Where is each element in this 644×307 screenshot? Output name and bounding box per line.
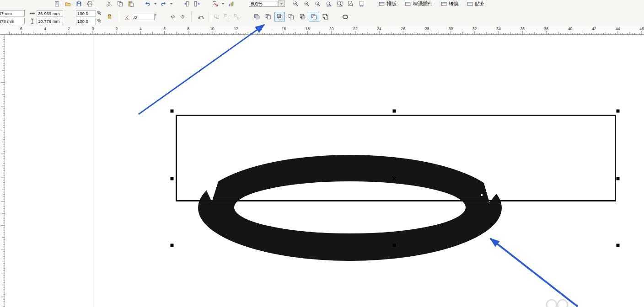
copy-button[interactable] bbox=[114, 0, 125, 7]
ruler-label: 38 bbox=[544, 26, 549, 31]
docker-button-1[interactable]: 增强插件 bbox=[405, 0, 433, 7]
chevron-icon bbox=[153, 1, 158, 7]
open-button[interactable] bbox=[62, 0, 73, 7]
rotation-angle-field[interactable] bbox=[132, 14, 155, 20]
zoom-page-width-button[interactable] bbox=[356, 0, 367, 7]
selection-handle[interactable] bbox=[617, 110, 620, 113]
selection-handle[interactable] bbox=[171, 244, 174, 247]
horizontal-ruler[interactable]: 6420246810121416182022242628303234363840… bbox=[0, 26, 644, 35]
convert-to-curve-button[interactable] bbox=[196, 12, 206, 21]
undo-button[interactable] bbox=[142, 0, 153, 7]
docker-buttons-group: 排版增强插件转换贴齐 bbox=[379, 0, 485, 7]
redo-button[interactable] bbox=[158, 0, 169, 7]
svg-text:1: 1 bbox=[317, 2, 318, 5]
chevron-button[interactable] bbox=[169, 0, 174, 7]
save-button[interactable] bbox=[73, 0, 84, 7]
zoom-tools-group: 1 bbox=[290, 0, 367, 7]
shaping-simplify-button[interactable] bbox=[286, 12, 296, 21]
ruler-label: 8 bbox=[187, 26, 189, 31]
intersect-icon bbox=[277, 14, 283, 20]
shaping-trim-button[interactable] bbox=[263, 12, 274, 21]
chart-button[interactable] bbox=[225, 0, 236, 7]
scale-x-field[interactable] bbox=[76, 10, 96, 16]
launcher-icon bbox=[212, 1, 218, 7]
node-marker[interactable] bbox=[481, 194, 483, 196]
chevron-button[interactable] bbox=[153, 0, 158, 7]
ruler-label: 18 bbox=[306, 26, 310, 31]
ungroup-button[interactable] bbox=[232, 12, 241, 21]
outline-button[interactable] bbox=[340, 12, 350, 21]
zoom-in-button[interactable] bbox=[290, 0, 301, 7]
scale-y-field[interactable] bbox=[76, 18, 96, 24]
ruler-label: 4 bbox=[140, 26, 142, 31]
canvas[interactable] bbox=[0, 0, 644, 307]
selection-handle[interactable] bbox=[393, 244, 396, 247]
shaping-back-minus-front-button[interactable] bbox=[309, 12, 319, 21]
shaping-intersect-button[interactable] bbox=[274, 12, 285, 21]
print-button[interactable] bbox=[84, 0, 95, 7]
lock-ratio-button[interactable] bbox=[105, 11, 114, 21]
zoom-level-combo[interactable] bbox=[249, 0, 285, 7]
export-button[interactable] bbox=[191, 0, 202, 7]
import-icon bbox=[183, 1, 189, 7]
group-icon bbox=[224, 14, 230, 20]
zoom-out-button[interactable] bbox=[301, 0, 312, 7]
ruler-label: 2 bbox=[116, 26, 118, 31]
front-minus-back-icon bbox=[300, 14, 306, 20]
shaping-create-boundary-button[interactable] bbox=[320, 12, 331, 21]
degree-label: ° bbox=[155, 13, 156, 18]
group-button[interactable] bbox=[222, 12, 231, 21]
selection-handle[interactable] bbox=[617, 177, 620, 180]
vertical-ruler[interactable] bbox=[0, 35, 5, 307]
import-button[interactable] bbox=[180, 0, 191, 7]
paste-icon bbox=[128, 1, 134, 7]
mirror-vertical-button[interactable] bbox=[178, 12, 187, 21]
chevron-down-icon bbox=[279, 2, 284, 6]
ruler-label: 16 bbox=[282, 26, 286, 31]
docker-button-2[interactable]: 转换 bbox=[441, 0, 459, 7]
ellipse-ring-shape[interactable] bbox=[198, 155, 502, 261]
toolbar-group bbox=[142, 0, 174, 7]
zoom-one-shot-button[interactable]: 1 bbox=[312, 0, 323, 7]
mirror-horizontal-button[interactable] bbox=[168, 12, 177, 21]
selection-handle[interactable] bbox=[617, 244, 620, 247]
docker-button-label: 贴齐 bbox=[475, 0, 485, 7]
chevron-button[interactable] bbox=[220, 0, 225, 7]
object-position-y-field[interactable] bbox=[0, 18, 25, 24]
ruler-label: 12 bbox=[234, 26, 238, 31]
zoom-selected-icon bbox=[326, 1, 332, 7]
ruler-label: 32 bbox=[472, 26, 477, 31]
shaping-weld-button[interactable] bbox=[252, 12, 262, 21]
combine-button[interactable] bbox=[212, 12, 221, 21]
docker-button-0[interactable]: 排版 bbox=[379, 0, 397, 7]
docker-button-label: 排版 bbox=[386, 0, 397, 7]
zoom-all-button[interactable] bbox=[334, 0, 345, 7]
ruler-label: 30 bbox=[449, 26, 453, 31]
object-height-field[interactable] bbox=[37, 18, 63, 24]
object-width-field[interactable] bbox=[37, 10, 63, 16]
selection-handle[interactable] bbox=[171, 110, 174, 113]
zoom-level-input[interactable] bbox=[249, 1, 278, 7]
docker-button-3[interactable]: 贴齐 bbox=[467, 0, 485, 7]
outline-icon bbox=[342, 14, 349, 20]
copy-icon bbox=[117, 1, 123, 7]
selected-objects[interactable] bbox=[177, 116, 616, 261]
scale-y-percent-label: % bbox=[97, 18, 101, 23]
save-icon bbox=[76, 1, 82, 7]
object-position-x-field[interactable] bbox=[0, 10, 25, 16]
window-icon bbox=[379, 1, 385, 7]
ruler-label: 14 bbox=[258, 26, 262, 31]
zoom-selected-button[interactable] bbox=[323, 0, 334, 7]
selection-handle[interactable] bbox=[171, 177, 174, 180]
new-button[interactable] bbox=[51, 0, 62, 7]
paste-button[interactable] bbox=[125, 0, 136, 7]
zoom-level-dropdown-button[interactable] bbox=[278, 0, 285, 7]
zoom-page-button[interactable] bbox=[345, 0, 356, 7]
cut-icon bbox=[106, 1, 112, 7]
create-boundary-icon bbox=[322, 14, 328, 20]
shaping-front-minus-back-button[interactable] bbox=[297, 12, 308, 21]
cut-button[interactable] bbox=[103, 0, 114, 7]
selection-handle[interactable] bbox=[393, 110, 396, 113]
launcher-button[interactable] bbox=[209, 0, 220, 7]
window-icon bbox=[467, 1, 473, 7]
